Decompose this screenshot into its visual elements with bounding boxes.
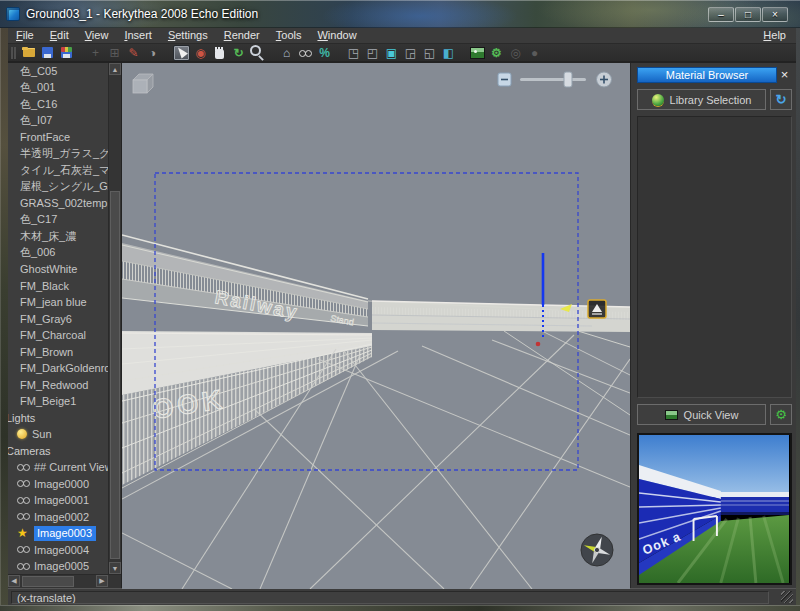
paintbrush-icon[interactable]: ✎ — [125, 45, 142, 61]
scene-tree-item[interactable]: 色_006 — [8, 245, 108, 262]
scene-tree-item[interactable]: 色_I07 — [8, 113, 108, 130]
scene-tree-item[interactable]: FM_DarkGoldenrod — [8, 360, 108, 377]
zoom-slider-track[interactable] — [520, 78, 586, 81]
scene-tree-item[interactable]: Image0004 — [8, 542, 108, 559]
refresh-button[interactable]: ↻ — [770, 89, 792, 110]
grayed-circle-icon-2[interactable]: ● — [526, 45, 543, 61]
library-selection-button[interactable]: Library Selection — [637, 89, 766, 110]
zoom-slider-handle[interactable] — [564, 72, 572, 87]
horizontal-scroll-thumb[interactable] — [22, 576, 74, 587]
scene-tree-item[interactable]: 屋根_シングル_GAF_ — [8, 179, 108, 196]
vertical-scrollbar[interactable]: ▲ ▼ — [108, 63, 121, 574]
quick-view-button[interactable]: Quick View — [637, 404, 766, 425]
menu-item[interactable]: File — [8, 28, 42, 43]
box-view-icon-3[interactable]: ▣ — [383, 45, 400, 61]
save-colored-icon[interactable] — [58, 45, 75, 61]
orbit-icon[interactable]: ↻ — [230, 45, 247, 61]
vertical-scroll-thumb[interactable] — [110, 191, 120, 559]
save-icon[interactable] — [39, 45, 56, 61]
viewport-3d[interactable]: Railway Stand OOK — [122, 63, 630, 589]
open-folder-icon[interactable] — [20, 45, 37, 61]
menu-item[interactable]: View — [77, 28, 117, 43]
menu-item[interactable]: Window — [309, 28, 364, 43]
menu-item[interactable]: Insert — [116, 28, 160, 43]
scene-tree-item[interactable]: GRASS_002temp — [8, 195, 108, 212]
render-preview[interactable]: Ook a — [637, 433, 792, 585]
scene-tree-item[interactable]: Cameras — [8, 443, 108, 460]
scene-tree-item[interactable]: 色_C17 — [8, 212, 108, 229]
horizontal-scrollbar[interactable]: ◀ ▶ — [8, 574, 121, 588]
scene-tree-item[interactable]: Image0005 — [8, 558, 108, 574]
scene-tree-item[interactable]: FrontFace — [8, 129, 108, 146]
titlebar[interactable]: Ground03_1 - Kerkythea 2008 Echo Edition… — [0, 0, 800, 28]
menu-item[interactable]: Render — [216, 28, 268, 43]
scene-tree-item[interactable]: ## Current View — [8, 459, 108, 476]
toolbar-grip[interactable] — [11, 47, 16, 59]
toolbar: +⊞✎◑◉↻⌂%◳◰▣◲◱◧⚙◎● — [8, 44, 796, 62]
scene-tree-item[interactable]: Image0003 — [8, 525, 108, 542]
scroll-down-icon[interactable]: ▼ — [109, 562, 121, 574]
menu-item[interactable]: Edit — [42, 28, 77, 43]
scroll-left-icon[interactable]: ◀ — [8, 575, 20, 587]
close-button[interactable]: × — [762, 7, 788, 22]
scene-tree-item[interactable]: FM_Gray6 — [8, 311, 108, 328]
material-list-area[interactable] — [637, 116, 792, 398]
quick-view-settings-button[interactable]: ⚙ — [770, 404, 792, 425]
scene-tree-item[interactable]: GhostWhite — [8, 261, 108, 278]
box-view-icon-5[interactable]: ◱ — [421, 45, 438, 61]
image-icon — [665, 410, 678, 420]
axis-cube-widget[interactable] — [133, 74, 153, 93]
grayed-plus-icon[interactable]: + — [87, 45, 104, 61]
camera-goggles-icon[interactable] — [297, 45, 314, 61]
grayed-circle-icon-1[interactable]: ◎ — [507, 45, 524, 61]
scene-tree-item[interactable]: 木材_床_濃 — [8, 228, 108, 245]
material-browser-title[interactable]: Material Browser — [637, 67, 777, 83]
home-view-icon[interactable]: ⌂ — [278, 45, 295, 61]
viewport-canvas[interactable]: Railway Stand OOK — [122, 63, 630, 589]
scene-tree-item[interactable]: 色_C05 — [8, 63, 108, 80]
scroll-up-icon[interactable]: ▲ — [109, 63, 121, 75]
item-label: Lights — [8, 412, 35, 424]
grayed-grid-icon[interactable]: ⊞ — [106, 45, 123, 61]
minimize-button[interactable]: – — [708, 7, 734, 22]
scene-tree-item[interactable]: FM_Beige1 — [8, 393, 108, 410]
app-icon — [6, 7, 20, 21]
resize-grip[interactable] — [781, 591, 793, 603]
box-view-icon-6[interactable]: ◧ — [440, 45, 457, 61]
window-frame-right — [796, 28, 800, 611]
scene-tree-item[interactable]: FM_Brown — [8, 344, 108, 361]
scene-tree-item[interactable]: Image0000 — [8, 476, 108, 493]
render-settings-gear-icon[interactable]: ⚙ — [488, 45, 505, 61]
scene-tree-item[interactable]: FM_Black — [8, 278, 108, 295]
scene-tree-item[interactable]: 色_C16 — [8, 96, 108, 113]
render-image-icon[interactable] — [469, 45, 486, 61]
close-panel-icon[interactable]: × — [777, 67, 792, 83]
box-view-icon-4[interactable]: ◲ — [402, 45, 419, 61]
camera-gizmo-icon[interactable] — [588, 300, 606, 318]
scene-tree-item[interactable]: FM_Redwood — [8, 377, 108, 394]
menu-item-help[interactable]: Help — [755, 28, 794, 43]
scene-tree-item[interactable]: FM_jean blue — [8, 294, 108, 311]
scene-tree-item[interactable]: Sun — [8, 426, 108, 443]
scene-tree-item[interactable]: タイル_石灰岩_マルチ — [8, 162, 108, 179]
maximize-button[interactable]: □ — [735, 7, 761, 22]
box-view-icon-2[interactable]: ◰ — [364, 45, 381, 61]
target-icon[interactable]: ◉ — [192, 45, 209, 61]
scroll-right-icon[interactable]: ▶ — [96, 575, 108, 587]
menu-item[interactable]: Settings — [160, 28, 216, 43]
item-label: 木材_床_濃 — [20, 229, 76, 244]
scene-tree-item[interactable]: Image0001 — [8, 492, 108, 509]
menu-item[interactable]: Tools — [268, 28, 310, 43]
scene-tree-item[interactable]: Lights — [8, 410, 108, 427]
zoom-magnifier-icon[interactable] — [249, 45, 266, 61]
pan-hand-icon[interactable] — [211, 45, 228, 61]
select-arrow-icon[interactable] — [173, 45, 190, 61]
box-view-icon-1[interactable]: ◳ — [345, 45, 362, 61]
contrast-icon[interactable]: ◑ — [144, 45, 161, 61]
scene-tree-item[interactable]: FM_Charcoal — [8, 327, 108, 344]
scene-tree-item[interactable]: 色_001 — [8, 80, 108, 97]
scene-tree-item[interactable]: 半透明_ガラス_グレー — [8, 146, 108, 163]
percent-icon[interactable]: % — [316, 45, 333, 61]
scene-tree-item[interactable]: Image0002 — [8, 509, 108, 526]
item-label: Image0005 — [34, 560, 89, 572]
